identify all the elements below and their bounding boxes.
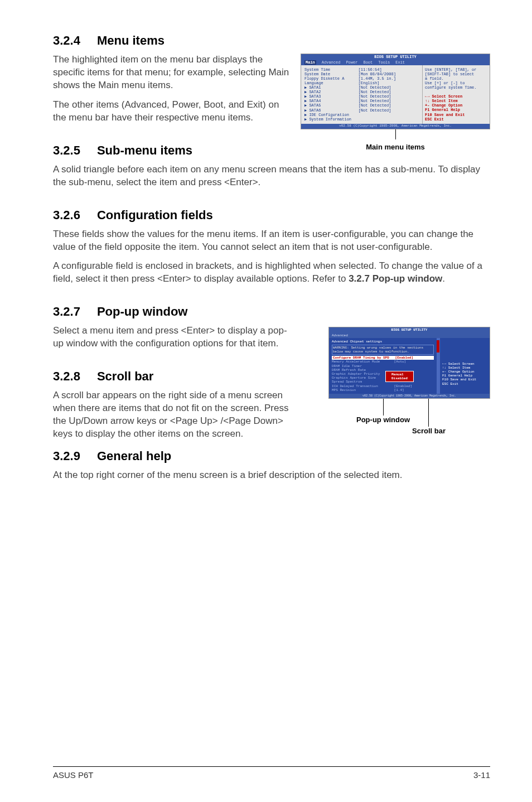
bios-key: F10 Save and Exit: [425, 113, 487, 117]
bios2-footer: v02.58 (C)Copyright 1985-2008, American …: [329, 394, 490, 398]
bios2-item: DRAM Idle Timer: [332, 364, 434, 368]
bios2-key: +- Change Option: [442, 370, 487, 374]
para-327-1: Select a menu item and press <Enter> to …: [53, 325, 292, 350]
heading-num: 3.2.8: [53, 369, 80, 384]
bios-footer: v02.58 (C)Copyright 1985-2008, American …: [301, 124, 490, 129]
heading-title: Pop-up window: [97, 305, 188, 318]
bios2-left: Advanced Chipset settings WARNING: Setti…: [329, 338, 437, 394]
bios2-item: MPS Revision [1.4]: [332, 388, 434, 392]
bios-item: System Time [11:56:54]: [304, 67, 419, 72]
bios-left-panel: System Time [11:56:54] System Date [Mon …: [301, 65, 423, 124]
bios-help-line: a field.: [425, 76, 487, 81]
heading-3-2-6: 3.2.6Configuration fields: [53, 208, 490, 223]
bios2-heading: Advanced Chipset settings: [332, 340, 434, 344]
heading-3-2-7: 3.2.7Pop-up window: [53, 305, 292, 319]
bios-screenshot-popup: BIOS SETUP UTILITY Advanced Advanced Chi…: [328, 327, 490, 399]
label-popup-window: Pop-up window: [356, 416, 410, 424]
footer-left: ASUS P6T: [53, 770, 94, 780]
heading-title: Scroll bar: [97, 369, 153, 383]
bios2-titlebar: BIOS SETUP UTILITY: [329, 327, 490, 332]
bios-key: F1 General Help: [425, 108, 487, 112]
bios-item: ▶ SATA3 [Not Detected]: [304, 94, 419, 99]
bios2-key: ←→ Select Screen: [442, 362, 487, 366]
bios-menu-item: Boot: [363, 60, 373, 65]
bios2-tab: Advanced: [329, 333, 490, 338]
bios2-key: ↑↓ Select Item: [442, 366, 487, 370]
para-326-1: These fields show the values for the men…: [53, 228, 490, 254]
para-324-1: The highlighted item on the menu bar dis…: [53, 54, 292, 92]
popup-option: Manual: [391, 373, 408, 376]
bios2-warning: WARNING: Setting wrong values in the sec…: [332, 345, 434, 355]
bios-menu-item: Advanced: [322, 60, 341, 65]
pointer-line: [383, 399, 384, 416]
bios2-item: Graphics Aperture Size [Disabled]: [332, 376, 434, 380]
pointer-line: [395, 129, 396, 139]
bios-help-line: Use [+] or [-] to: [425, 81, 487, 85]
bios-help-line: Use [ENTER], [TAB], or: [425, 67, 487, 72]
para-text: .: [442, 273, 445, 284]
bios2-item: ICH Delayed Transaction [Enabled]: [332, 384, 434, 388]
bios-item: ▶ SATA6 [Not Detected]: [304, 108, 419, 113]
pointer-line: [428, 399, 429, 427]
bios2-popup: Manual Disabled: [385, 371, 414, 382]
bios-right-panel: Use [ENTER], [TAB], or [SHIFT-TAB] to se…: [423, 65, 490, 124]
bios-key: ↑↓ Select Item: [425, 99, 487, 103]
footer-right: 3-11: [473, 770, 490, 780]
bios-item: ▶ SATA4 [Not Detected]: [304, 99, 419, 103]
bios-item: ▶ SATA2 [Not Detected]: [304, 90, 419, 94]
bios2-right: ←→ Select Screen ↑↓ Select Item +- Chang…: [439, 338, 490, 394]
heading-3-2-8: 3.2.8Scroll bar: [53, 369, 292, 384]
para-328-1: A scroll bar appears on the right side o…: [53, 389, 292, 441]
bios-menu-main: Main: [304, 60, 316, 65]
bios-item: Language [English]: [304, 81, 419, 85]
bios-help-line: configure system Time.: [425, 85, 487, 90]
heading-num: 3.2.7: [53, 305, 80, 319]
bios2-item: Memory Acceleration Mode [Auto]: [332, 360, 434, 364]
para-325-1: A solid triangle before each item on any…: [53, 163, 490, 189]
bios2-item: Configure DRAM Timing by SPD [Enabled]: [332, 356, 434, 360]
bios-menu-item: Tools: [378, 60, 390, 65]
bios-key: +- Change Option: [425, 103, 487, 108]
bios-item: Floppy Diskette A [1.44M, 3.5 in.]: [304, 76, 419, 81]
bios2-scrollbar: [437, 338, 439, 394]
para-329-1: At the top right corner of the menu scre…: [53, 469, 490, 482]
bios-item: System Date [Mon 08/04/2008]: [304, 72, 419, 76]
heading-title: General help: [97, 449, 171, 463]
bios-item: ▶ System Information: [304, 117, 419, 122]
bios-menu-item: Exit: [395, 60, 405, 65]
para-324-2: The other items (Advanced, Power, Boot, …: [53, 99, 292, 124]
page-footer: ASUS P6T 3-11: [53, 766, 490, 780]
label-scroll-bar: Scroll bar: [412, 427, 446, 435]
heading-num: 3.2.4: [53, 33, 80, 48]
heading-num: 3.2.9: [53, 449, 80, 463]
bios-item: ▶ SATA5 [Not Detected]: [304, 103, 419, 108]
heading-title: Configuration fields: [97, 208, 213, 222]
bios2-key: F10 Save and Exit: [442, 378, 487, 381]
heading-num: 3.2.6: [53, 208, 80, 223]
bios2-key: ESC Exit: [442, 382, 487, 386]
heading-title: Menu items: [97, 33, 165, 47]
heading-3-2-4: 3.2.4Menu items: [53, 33, 490, 48]
para-326-2: A configurable field is enclosed in brac…: [53, 260, 490, 286]
bios-key: ←→ Select Screen: [425, 94, 487, 99]
bios-item: ▶ IDE Configuration: [304, 113, 419, 117]
figure-caption-main: Main menu items: [301, 143, 490, 151]
bios-menu-item: Power: [346, 60, 357, 65]
bios-screenshot-main: BIOS SETUP UTILITY Main Advanced Power B…: [301, 54, 490, 129]
bios-key: ESC Exit: [425, 117, 487, 122]
bios2-item: DRAM Refresh Rate: [332, 368, 434, 372]
popup-option: Disabled: [391, 376, 408, 380]
bios-item: ▶ SATA1 [Not Detected]: [304, 85, 419, 90]
heading-num: 3.2.5: [53, 143, 80, 158]
bios2-item: Spread Spectrum: [332, 380, 434, 384]
heading-3-2-5: 3.2.5Sub-menu items: [53, 143, 292, 158]
heading-3-2-9: 3.2.9General help: [53, 449, 490, 463]
bios2-scroll-thumb: [437, 340, 439, 352]
para-ref: 3.2.7 Pop-up window: [349, 273, 442, 284]
bios2-key: F1 General Help: [442, 374, 487, 378]
bios-help-line: [SHIFT-TAB] to select: [425, 72, 487, 76]
bios-menubar: Main Advanced Power Boot Tools Exit: [301, 60, 490, 65]
bios2-item: Graphic Adapter Priority: [332, 372, 434, 376]
heading-title: Sub-menu items: [97, 143, 192, 157]
bios-titlebar: BIOS SETUP UTILITY: [301, 54, 490, 60]
